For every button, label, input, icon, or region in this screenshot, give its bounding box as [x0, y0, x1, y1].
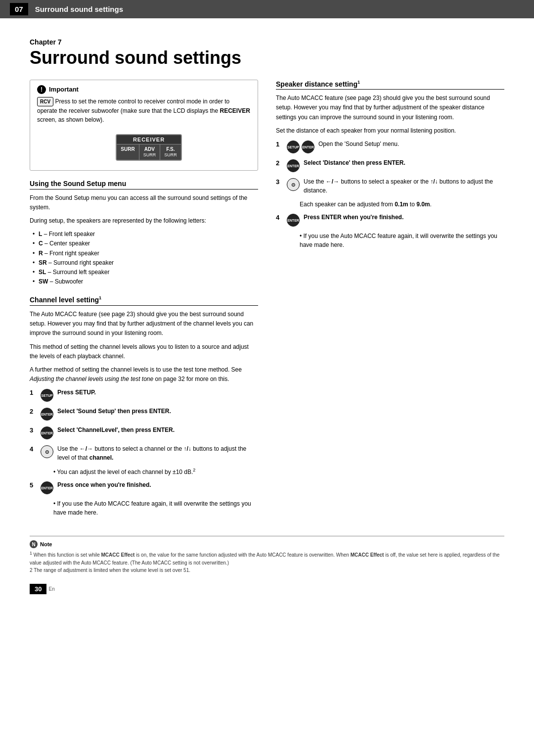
- dist-step-2-content: Select 'Distance' then press ENTER.: [304, 158, 504, 167]
- step-4-content: Use the ←/→ buttons to select a channel …: [57, 444, 258, 462]
- enter-button-dist-2: ENTER: [287, 159, 300, 172]
- speaker-C: C – Center speaker: [35, 239, 258, 248]
- note-1-sup: 1: [30, 551, 32, 556]
- receiver-bold: RECEIVER: [220, 107, 250, 114]
- adv-surr-button: ADVSURR: [139, 144, 161, 160]
- note-header: N Note: [30, 540, 504, 548]
- setup-button-icon: SETUP: [41, 389, 53, 402]
- note-1-text: 1 When this function is set while MCACC …: [30, 550, 504, 566]
- adv-surr-sub: SURR: [143, 152, 156, 158]
- note-2-text: 2 The range of adjustment is limited whe…: [30, 567, 504, 574]
- speaker-L: L – Front left speaker: [35, 230, 258, 239]
- important-text-content: Press to set the remote control to recei…: [37, 98, 250, 123]
- dist-step-1: 1 SETUP ENTER Open the 'Sound Setup' men…: [276, 140, 504, 153]
- sound-setup-heading: Using the Sound Setup menu: [30, 180, 258, 189]
- channel-step-4: 4 ⊙ Use the ←/→ buttons to select a chan…: [30, 444, 258, 462]
- setup-button-dist: SETUP: [287, 141, 300, 153]
- enter-button-dist-1: ENTER: [302, 141, 314, 153]
- step-3-icon-group: ENTER: [41, 426, 53, 439]
- warning-icon: !: [37, 85, 46, 94]
- dist-step-2-icon: ENTER: [287, 159, 300, 172]
- page-title: Surround sound settings: [30, 48, 504, 68]
- step-4-icon-group: ⊙: [41, 445, 53, 458]
- dist-step-2: 2 ENTER Select 'Distance' then press ENT…: [276, 158, 504, 172]
- channel-step-5: 5 ENTER Press once when you're finished.: [30, 480, 258, 494]
- step-num-4: 4: [30, 445, 37, 453]
- receiver-display-wrapper: RECEIVER SURR ADVSURR F.S.SURR: [37, 129, 251, 164]
- speaker-dist-para2: Set the distance of each speaker from yo…: [276, 126, 504, 136]
- channel-note-bullet: • You can adjust the level of each chann…: [53, 467, 258, 476]
- dist-step-4-content: Press ENTER when you're finished.: [304, 213, 504, 222]
- note-icon: N: [30, 540, 38, 548]
- main-content: Chapter 7 Surround sound settings ! Impo…: [0, 38, 534, 614]
- enter-button-icon-5: ENTER: [41, 481, 53, 494]
- step-5-content: Press once when you're finished.: [57, 480, 258, 489]
- note-sup-2: 2: [193, 468, 195, 472]
- arrows-icon-4: ⊙: [41, 445, 53, 458]
- dist-step-4-text: Press ENTER when you're finished.: [304, 214, 403, 221]
- arrows-icon-dist-3: ⊙: [287, 178, 300, 191]
- important-label: Important: [49, 86, 79, 93]
- step-1-content: Press SETUP.: [57, 388, 258, 397]
- dist-step-1-icons: SETUP ENTER: [287, 141, 314, 153]
- dist-step-num-2: 2: [276, 159, 283, 167]
- enter-button-icon-3: ENTER: [41, 426, 53, 439]
- channel-level-heading: Channel level setting1: [30, 295, 258, 306]
- step-3-content: Select 'ChannelLevel', then press ENTER.: [57, 425, 258, 434]
- channel-note-text: • You can adjust the level of each chann…: [53, 469, 195, 475]
- sound-setup-intro2: During setup, the speakers are represent…: [30, 216, 258, 226]
- dist-step-3-icon: ⊙: [287, 178, 300, 191]
- receiver-lcd-display: RECEIVER SURR ADVSURR F.S.SURR: [116, 134, 181, 161]
- dist-range-note: Each speaker can be adjusted from 0.1m t…: [300, 200, 504, 209]
- dist-step-4-icon: ENTER: [287, 214, 300, 227]
- channel-level-italic: Adjusting the channel levels using the t…: [30, 376, 153, 382]
- step-1-text: Press SETUP.: [57, 389, 96, 396]
- header-bar: 07 Surround sound settings: [0, 0, 534, 18]
- step-2-content: Select 'Sound Setup' then press ENTER.: [57, 407, 258, 416]
- step-num-3: 3: [30, 426, 37, 434]
- enter-button-icon-2: ENTER: [41, 408, 53, 421]
- surr-button: SURR: [117, 144, 139, 160]
- note-label: Note: [40, 541, 52, 547]
- channel-overwrite-text: • If you use the Auto MCACC feature agai…: [53, 500, 251, 516]
- step-4-text: Use the ←/→ buttons to select a channel …: [57, 445, 246, 461]
- speaker-dist-sup: 1: [357, 80, 360, 85]
- important-text: RCV Press to set the remote control to r…: [37, 97, 251, 124]
- speaker-R: R – Front right speaker: [35, 249, 258, 258]
- step-3-text: Select 'ChannelLevel', then press ENTER.: [57, 426, 175, 433]
- receiver-label: RECEIVER: [117, 135, 180, 144]
- page-number-bar: 30 En: [30, 584, 504, 594]
- dist-step-4: 4 ENTER Press ENTER when you're finished…: [276, 213, 504, 227]
- step-num-2: 2: [30, 408, 37, 415]
- dist-range-text: Each speaker can be adjusted from 0.1m t…: [300, 201, 432, 208]
- channel-level-sup: 1: [99, 295, 101, 300]
- speaker-dist-para1: The Auto MCACC feature (see page 23) sho…: [276, 94, 504, 122]
- step-2-text: Select 'Sound Setup' then press ENTER.: [57, 408, 171, 415]
- dist-overwrite-text: • If you use the Auto MCACC feature agai…: [300, 233, 497, 248]
- dist-step-1-text: Open the 'Sound Setup' menu.: [318, 141, 399, 147]
- channel-step-2: 2 ENTER Select 'Sound Setup' then press …: [30, 407, 258, 421]
- dist-step-1-content: Open the 'Sound Setup' menu.: [318, 140, 504, 148]
- fs-surr-button: F.S.SURR: [160, 144, 181, 160]
- dist-overwrite-note: • If you use the Auto MCACC feature agai…: [300, 232, 504, 249]
- important-header: ! Important: [37, 85, 251, 94]
- fs-surr-sub: SURR: [164, 152, 177, 158]
- dist-step-3: 3 ⊙ Use the ←/→ buttons to select a spea…: [276, 177, 504, 195]
- channel-overwrite-note: • If you use the Auto MCACC feature agai…: [53, 499, 258, 517]
- channel-level-para1: The Auto MCACC feature (see page 23) sho…: [30, 310, 258, 338]
- two-column-layout: ! Important RCV Press to set the remote …: [30, 80, 504, 521]
- dist-step-2-text: Select 'Distance' then press ENTER.: [304, 159, 405, 166]
- speaker-distance-heading: Speaker distance setting1: [276, 80, 504, 90]
- channel-step-3: 3 ENTER Select 'ChannelLevel', then pres…: [30, 425, 258, 439]
- step-5-text: Press once when you're finished.: [57, 481, 151, 488]
- dist-step-3-content: Use the ←/→ buttons to select a speaker …: [304, 177, 504, 195]
- notes-section: N Note 1 When this function is set while…: [30, 536, 504, 573]
- right-column: Speaker distance setting1 The Auto MCACC…: [276, 80, 504, 253]
- step-5-icon-group: ENTER: [41, 481, 53, 494]
- speaker-SW: SW – Subwoofer: [35, 277, 258, 286]
- channel-step-1: 1 SETUP Press SETUP.: [30, 388, 258, 402]
- speaker-SR: SR – Surround right speaker: [35, 258, 258, 268]
- enter-button-dist-4: ENTER: [287, 214, 300, 227]
- important-box: ! Important RCV Press to set the remote …: [30, 80, 258, 171]
- receiver-buttons-row: SURR ADVSURR F.S.SURR: [117, 144, 180, 160]
